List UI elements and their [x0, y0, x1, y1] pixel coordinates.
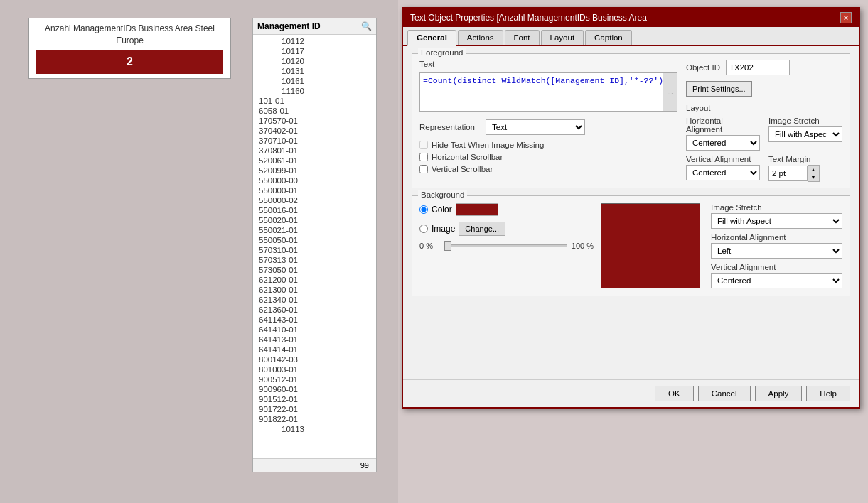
layout-label: Layout: [686, 104, 842, 112]
list-item[interactable]: 570313-01: [253, 255, 376, 265]
bg-right-settings: Image Stretch Fill with AspectFillKeep A…: [711, 203, 842, 288]
change-button[interactable]: Change...: [459, 222, 505, 236]
search-icon[interactable]: 🔍: [361, 21, 372, 31]
background-preview-container: [601, 203, 704, 288]
list-item[interactable]: 641410-01: [253, 325, 376, 335]
list-item[interactable]: 550000-02: [253, 195, 376, 205]
text-input[interactable]: [419, 72, 677, 112]
close-button[interactable]: ×: [840, 12, 852, 23]
color-swatch[interactable]: [456, 203, 498, 216]
list-item[interactable]: 573050-01: [253, 265, 376, 275]
list-item[interactable]: 370801-01: [253, 146, 376, 156]
transparency-slider[interactable]: [444, 244, 567, 247]
tab-font[interactable]: Font: [505, 30, 540, 45]
bg-image-stretch-label: Image Stretch: [711, 203, 842, 212]
bg-image-stretch-select[interactable]: Fill with AspectFillKeep AspectNo Stretc…: [711, 213, 842, 229]
spin-down-btn[interactable]: ▼: [808, 173, 819, 181]
v-scrollbar-checkbox[interactable]: [419, 165, 428, 173]
bg-v-align-label: Vertical Alignment: [711, 263, 842, 271]
foreground-section: Foreground Text ... Representation TextC…: [412, 53, 850, 188]
cancel-button[interactable]: Cancel: [698, 386, 751, 401]
text-margin-input[interactable]: [768, 166, 808, 181]
list-item[interactable]: 621300-01: [253, 285, 376, 295]
bg-h-align-group: Horizontal Alignment LeftCenteredRight: [711, 233, 842, 259]
list-item[interactable]: 901822-01: [253, 414, 376, 424]
list-item[interactable]: 550050-01: [253, 235, 376, 245]
image-stretch-group: Image Stretch Fill with AspectFillKeep A…: [768, 117, 842, 151]
list-item[interactable]: 10112: [253, 36, 376, 46]
spin-up-btn[interactable]: ▲: [808, 166, 819, 173]
bg-v-align-select[interactable]: TopCenteredBottom: [711, 273, 842, 288]
transparency-row: 0 % 100 %: [419, 242, 594, 250]
dialog: Text Object Properties [Anzahl Managemen…: [402, 7, 860, 409]
list-item[interactable]: 550000-01: [253, 185, 376, 195]
object-id-input[interactable]: [726, 60, 790, 75]
background-label: Background: [418, 190, 467, 199]
image-label: Image: [432, 224, 455, 234]
list-item[interactable]: 520099-01: [253, 166, 376, 175]
list-item[interactable]: 370402-01: [253, 126, 376, 136]
mgmt-list[interactable]: 101121011710120101311016111160101-016058…: [253, 35, 376, 467]
list-item[interactable]: 170570-01: [253, 116, 376, 126]
list-item[interactable]: 800142-03: [253, 355, 376, 364]
hide-text-row: Hide Text When Image Missing: [419, 141, 677, 149]
image-radio[interactable]: [419, 225, 428, 233]
help-button[interactable]: Help: [806, 386, 850, 401]
list-item[interactable]: 550020-01: [253, 215, 376, 225]
tab-actions[interactable]: Actions: [458, 30, 503, 45]
print-settings-button[interactable]: Print Settings...: [686, 81, 752, 97]
background-right: Image Stretch Fill with AspectFillKeep A…: [711, 203, 842, 288]
list-item[interactable]: 550000-00: [253, 175, 376, 185]
bg-h-align-select[interactable]: LeftCenteredRight: [711, 243, 842, 259]
list-item[interactable]: 520061-01: [253, 156, 376, 166]
hide-text-label: Hide Text When Image Missing: [432, 141, 544, 149]
list-item[interactable]: 641414-01: [253, 345, 376, 355]
representation-select[interactable]: TextCircular GaugeLinear GaugeTraffic Li…: [486, 119, 585, 135]
list-item[interactable]: 10120: [253, 56, 376, 66]
tab-general[interactable]: General: [407, 30, 456, 46]
list-item[interactable]: 621200-01: [253, 275, 376, 285]
color-radio[interactable]: [419, 205, 428, 214]
transparency-100-label: 100 %: [572, 242, 594, 250]
ok-button[interactable]: OK: [655, 386, 694, 401]
list-item[interactable]: 900512-01: [253, 374, 376, 384]
image-stretch-select[interactable]: Fill with AspectFillKeep AspectNo Stretc…: [768, 126, 842, 142]
h-scrollbar-checkbox[interactable]: [419, 153, 428, 161]
list-item[interactable]: 10161: [253, 76, 376, 86]
list-item[interactable]: 621360-01: [253, 305, 376, 315]
list-item[interactable]: 101-01: [253, 96, 376, 106]
image-stretch-label: Image Stretch: [768, 117, 842, 125]
list-item[interactable]: 6058-01: [253, 106, 376, 116]
list-item[interactable]: 621340-01: [253, 295, 376, 305]
list-item[interactable]: 370710-01: [253, 136, 376, 146]
hide-text-checkbox[interactable]: [419, 141, 428, 149]
foreground-left: Text ... Representation TextCircular Gau…: [419, 60, 677, 182]
list-item[interactable]: 901512-01: [253, 394, 376, 404]
title-box-value: 2: [36, 50, 223, 74]
text-expand-btn[interactable]: ...: [663, 72, 677, 112]
list-item[interactable]: 570310-01: [253, 245, 376, 255]
list-item[interactable]: 900960-01: [253, 384, 376, 394]
list-item[interactable]: 801003-01: [253, 364, 376, 374]
list-item[interactable]: 901722-01: [253, 404, 376, 414]
list-item[interactable]: 11160: [253, 86, 376, 96]
list-item[interactable]: 641143-01: [253, 315, 376, 325]
list-item-bottom[interactable]: 10113: [253, 424, 376, 434]
mgmt-panel: Management ID 🔍 101121011710120101311016…: [252, 18, 377, 472]
representation-row: Representation TextCircular GaugeLinear …: [419, 119, 677, 135]
list-item[interactable]: 10117: [253, 46, 376, 56]
tab-caption[interactable]: Caption: [585, 30, 632, 45]
apply-button[interactable]: Apply: [755, 386, 803, 401]
list-item[interactable]: 550016-01: [253, 205, 376, 215]
tab-layout[interactable]: Layout: [541, 30, 584, 45]
h-align-select[interactable]: LeftCenteredRight: [686, 135, 760, 151]
transparency-0-label: 0 %: [419, 242, 439, 250]
v-align-label: Vertical Alignment: [686, 155, 760, 163]
foreground-right: Object ID Print Settings... Layout Horiz…: [686, 60, 842, 182]
list-item[interactable]: 641413-01: [253, 335, 376, 345]
representation-label: Representation: [419, 123, 480, 131]
v-align-select[interactable]: TopCenteredBottom: [686, 165, 760, 180]
list-item[interactable]: 10131: [253, 66, 376, 76]
list-item[interactable]: 550021-01: [253, 225, 376, 235]
object-id-row: Object ID: [686, 60, 842, 75]
